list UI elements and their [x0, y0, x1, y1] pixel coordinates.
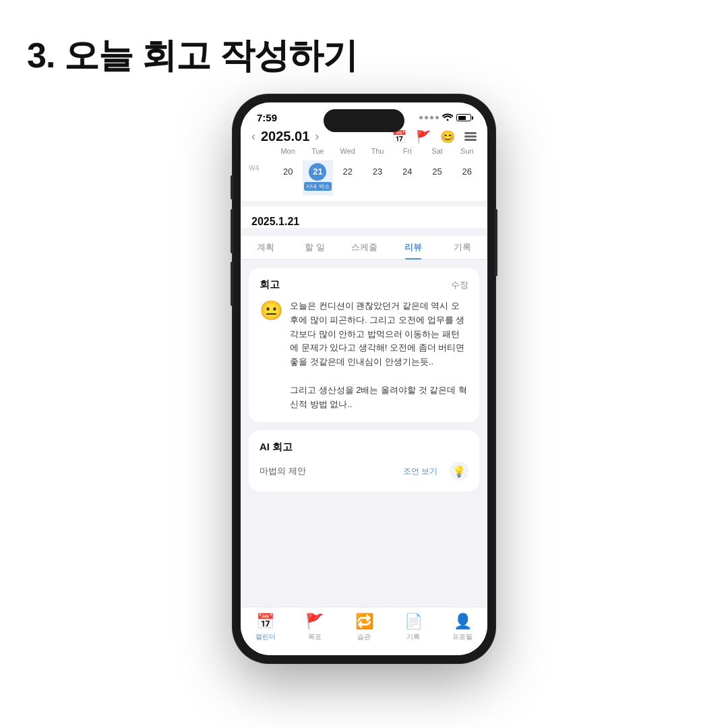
calendar-day-26[interactable]: 26	[452, 160, 482, 195]
review-edit-button[interactable]: 수정	[451, 279, 468, 291]
section-divider	[241, 201, 487, 206]
weekday-mon: Mon	[273, 144, 303, 158]
weekday-fri: Fri	[392, 144, 422, 158]
signal-icon	[419, 116, 439, 119]
calendar-nav-icon: 📅	[256, 613, 274, 630]
calendar-event: 사내 박소	[304, 182, 331, 191]
calendar-day-24[interactable]: 24	[392, 160, 422, 195]
ai-lightbulb-icon[interactable]: 💡	[450, 462, 468, 481]
ai-review-row: 마법의 제안 조언 보기 💡	[260, 462, 468, 481]
phone-button-vol-down	[231, 262, 233, 306]
tab-todo[interactable]: 할 일	[290, 236, 339, 259]
day-number: 25	[429, 163, 446, 181]
ai-advice-button[interactable]: 조언 보기	[398, 463, 443, 480]
review-content: 😐 오늘은 컨디션이 괜찮았던거 같은데 역시 오후에 많이 피곤하다. 그리고…	[260, 299, 468, 411]
phone-screen: 7:59	[241, 102, 487, 655]
next-month-button[interactable]: ›	[315, 129, 319, 144]
selected-date-title: 2025.1.21	[251, 216, 477, 228]
weekday-headers: Mon Tue Wed Thu Fri Sat Sun	[246, 144, 482, 158]
dynamic-island	[324, 109, 404, 132]
calendar-navigation: ‹ 2025.01 ›	[251, 129, 319, 144]
goals-nav-icon: 🚩	[305, 613, 324, 630]
calendar-day-25[interactable]: 25	[422, 160, 452, 195]
weekday-tue: Tue	[303, 144, 332, 158]
calendar-toolbar: 📅 🚩 😊	[392, 129, 477, 144]
ai-card-actions: 조언 보기 💡	[398, 462, 468, 481]
flag-icon[interactable]: 🚩	[416, 129, 431, 144]
weekday-sun: Sun	[452, 144, 482, 158]
calendar-nav-label: 캘린더	[255, 632, 276, 642]
habits-nav-label: 습관	[357, 632, 371, 642]
nav-records[interactable]: 📄 기록	[389, 613, 438, 642]
review-text: 오늘은 컨디션이 괜찮았던거 같은데 역시 오후에 많이 피곤하다. 그리고 오…	[290, 299, 468, 411]
goals-nav-label: 목표	[308, 632, 322, 642]
tab-record[interactable]: 기록	[438, 236, 487, 259]
nav-profile[interactable]: 👤 프로필	[438, 613, 487, 642]
nav-habits[interactable]: 🔁 습관	[339, 613, 388, 642]
wifi-icon	[442, 113, 453, 123]
calendar-day-20[interactable]: 20	[273, 160, 303, 195]
tab-schedule[interactable]: 스케줄	[339, 236, 388, 259]
ai-review-title: AI 회고	[260, 441, 468, 454]
phone-frame: 7:59	[233, 94, 495, 663]
review-card-header: 회고 수정	[260, 278, 468, 291]
week-label-w4: W4	[246, 160, 273, 195]
review-card-title: 회고	[260, 278, 280, 291]
phone-button-mute	[231, 175, 233, 200]
ai-proposal-label: 마법의 제안	[260, 465, 306, 477]
calendar-week-row: W4 20 21 사내 박소 22 23 24 25	[246, 160, 482, 195]
status-icons	[419, 113, 471, 123]
calendar-day-23[interactable]: 23	[363, 160, 392, 195]
nav-goals[interactable]: 🚩 목표	[290, 613, 339, 642]
day-number-today: 21	[309, 163, 326, 181]
weekday-wed: Wed	[333, 144, 363, 158]
phone-button-power	[495, 209, 497, 276]
weekday-thu: Thu	[363, 144, 392, 158]
tab-plan[interactable]: 계획	[241, 236, 290, 259]
page-title: 3. 오늘 회고 작성하기	[27, 32, 357, 80]
profile-nav-icon: 👤	[454, 613, 472, 630]
calendar-day-21-selected[interactable]: 21 사내 박소	[303, 160, 332, 195]
calendar-day-22[interactable]: 22	[333, 160, 363, 195]
battery-icon	[456, 114, 471, 121]
profile-nav-label: 프로필	[452, 632, 473, 642]
date-section: 2025.1.21	[241, 206, 487, 228]
day-number: 26	[458, 163, 476, 181]
weekday-sat: Sat	[422, 144, 452, 158]
day-number: 20	[279, 163, 297, 181]
ai-review-card: AI 회고 마법의 제안 조언 보기 💡	[249, 430, 479, 491]
review-card: 회고 수정 😐 오늘은 컨디션이 괜찮았던거 같은데 역시 오후에 많이 피곤하…	[249, 268, 479, 422]
phone-button-vol-up	[231, 209, 233, 253]
records-nav-icon: 📄	[404, 613, 423, 630]
day-number: 24	[398, 163, 416, 181]
content-tabs: 계획 할 일 스케줄 리뷰 기록	[241, 236, 487, 260]
review-emoji: 😐	[260, 299, 283, 411]
habits-nav-icon: 🔁	[355, 613, 373, 630]
calendar-month-title: 2025.01	[261, 129, 309, 144]
records-nav-label: 기록	[406, 632, 420, 642]
emoji-icon[interactable]: 😊	[440, 129, 455, 144]
status-time: 7:59	[257, 112, 277, 123]
content-area: 회고 수정 😐 오늘은 컨디션이 괜찮았던거 같은데 역시 오후에 많이 피곤하…	[241, 260, 487, 499]
tab-review[interactable]: 리뷰	[389, 236, 438, 259]
day-number: 22	[339, 163, 357, 181]
grid-view-icon[interactable]	[464, 132, 477, 141]
bottom-navigation: 📅 캘린더 🚩 목표 🔁 습관 📄 기록 👤 프로필	[241, 607, 487, 655]
calendar-grid: Mon Tue Wed Thu Fri Sat Sun W4 20 21 사내 …	[241, 144, 487, 201]
nav-calendar[interactable]: 📅 캘린더	[241, 613, 290, 642]
prev-month-button[interactable]: ‹	[251, 129, 255, 144]
day-number: 23	[369, 163, 386, 181]
